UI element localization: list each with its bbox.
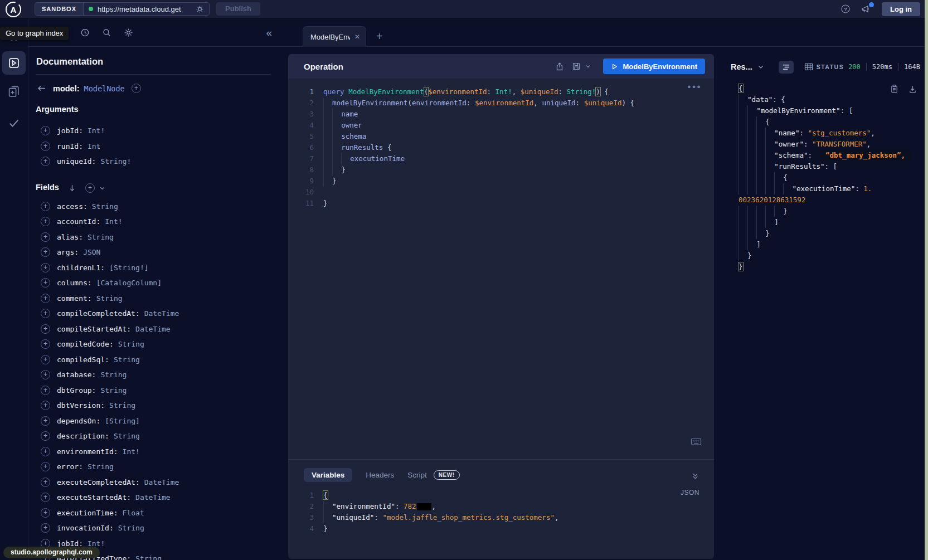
- doc-field-row[interactable]: +compileStartedAt:DateTime: [36, 322, 271, 337]
- explorer-nav-icon[interactable]: [2, 51, 26, 75]
- add-field-icon[interactable]: +: [41, 142, 50, 151]
- field-type[interactable]: String!: [100, 157, 131, 165]
- share-icon[interactable]: [555, 62, 564, 71]
- save-options-chevron-icon[interactable]: [585, 64, 591, 69]
- doc-field-row[interactable]: +alias:String: [36, 230, 271, 245]
- tree-view-icon[interactable]: [779, 61, 794, 74]
- add-field-icon[interactable]: +: [41, 309, 50, 318]
- doc-field-row[interactable]: +compileCompletedAt:DateTime: [36, 306, 271, 322]
- add-field-icon[interactable]: +: [41, 431, 50, 441]
- argument-row[interactable]: +runId:Int: [36, 139, 271, 154]
- field-type[interactable]: DateTime: [144, 478, 179, 486]
- field-type[interactable]: DateTime: [135, 493, 171, 501]
- operation-editor[interactable]: ●●● 1query ModelByEnvironment($environme…: [288, 79, 714, 459]
- close-tab-icon[interactable]: ✕: [354, 33, 360, 41]
- field-type[interactable]: String: [135, 554, 162, 560]
- field-type[interactable]: String: [118, 524, 144, 532]
- field-type[interactable]: Int!: [105, 217, 122, 226]
- tab-headers[interactable]: Headers: [366, 471, 394, 479]
- add-field-icon[interactable]: +: [41, 447, 50, 456]
- add-field-icon[interactable]: +: [41, 416, 50, 426]
- add-field-icon[interactable]: +: [41, 232, 50, 242]
- editor-options-icon[interactable]: ●●●: [687, 83, 702, 90]
- publish-button[interactable]: Publish: [216, 2, 260, 16]
- field-type[interactable]: String: [92, 202, 118, 211]
- add-field-icon[interactable]: +: [41, 478, 50, 487]
- login-button[interactable]: Log in: [882, 2, 920, 16]
- field-type[interactable]: String: [118, 340, 144, 348]
- chevron-down-icon[interactable]: [99, 185, 105, 191]
- field-type[interactable]: String: [114, 356, 140, 364]
- doc-field-row[interactable]: +database:String: [36, 367, 271, 383]
- copy-response-icon[interactable]: [890, 84, 898, 94]
- doc-field-row[interactable]: +error:String: [36, 459, 271, 475]
- back-arrow-icon[interactable]: [37, 84, 46, 92]
- add-field-icon[interactable]: +: [41, 493, 50, 502]
- add-field-icon[interactable]: +: [41, 324, 50, 334]
- doc-field-row[interactable]: +access:String: [36, 199, 271, 215]
- doc-field-row[interactable]: +dbtGroup:String: [36, 383, 271, 398]
- field-type[interactable]: Float: [123, 509, 144, 517]
- doc-field-row[interactable]: +environmentId:Int!: [36, 444, 271, 460]
- field-type[interactable]: String: [88, 233, 114, 241]
- add-field-icon[interactable]: +: [41, 202, 50, 211]
- response-dropdown-chevron-icon[interactable]: [757, 64, 764, 70]
- checks-icon[interactable]: [8, 117, 20, 129]
- add-field-icon[interactable]: +: [41, 247, 50, 257]
- field-type[interactable]: [CatalogColumn]: [96, 279, 162, 287]
- doc-field-row[interactable]: +dbtVersion:String: [36, 398, 271, 413]
- argument-row[interactable]: +uniqueId:String!: [36, 154, 271, 169]
- add-field-icon[interactable]: +: [41, 508, 50, 518]
- field-type[interactable]: DateTime: [135, 325, 171, 333]
- doc-field-row[interactable]: +comment:String: [36, 291, 271, 306]
- doc-field-row[interactable]: +compiledCode:String: [36, 337, 271, 352]
- add-field-icon[interactable]: +: [41, 462, 50, 471]
- sort-descending-icon[interactable]: [68, 184, 76, 192]
- variables-editor[interactable]: JSON 1{2 "environmentId": 782,3 "uniqueI…: [288, 490, 714, 534]
- field-type[interactable]: [String!]: [109, 264, 148, 272]
- add-field-icon[interactable]: +: [41, 523, 50, 533]
- settings-gear-icon[interactable]: [124, 28, 133, 37]
- new-tab-icon[interactable]: +: [376, 31, 383, 42]
- add-field-icon[interactable]: +: [41, 126, 50, 135]
- help-icon[interactable]: ?: [840, 4, 851, 14]
- add-to-operation-icon[interactable]: +: [132, 84, 141, 93]
- add-field-icon[interactable]: +: [41, 294, 50, 303]
- add-field-icon[interactable]: +: [41, 355, 50, 364]
- field-type[interactable]: DateTime: [144, 309, 179, 318]
- keyboard-shortcuts-icon[interactable]: [691, 437, 702, 446]
- add-field-icon[interactable]: +: [41, 278, 50, 288]
- doc-field-row[interactable]: +args:JSON: [36, 245, 271, 260]
- history-icon[interactable]: [80, 28, 90, 37]
- add-field-icon[interactable]: +: [41, 370, 50, 379]
- doc-field-row[interactable]: +childrenL1:[String!]: [36, 260, 271, 276]
- operation-tab[interactable]: ModelByEnvi... ✕: [303, 26, 366, 47]
- doc-field-row[interactable]: +executeCompletedAt:DateTime: [36, 475, 271, 490]
- field-type[interactable]: String: [88, 462, 114, 471]
- add-field-icon[interactable]: +: [41, 157, 50, 166]
- run-operation-button[interactable]: ModelByEnvironment: [603, 59, 705, 74]
- tab-script[interactable]: Script: [407, 471, 427, 479]
- field-type[interactable]: Int!: [123, 447, 140, 456]
- doc-field-row[interactable]: +executionTime:Float: [36, 505, 271, 521]
- search-icon[interactable]: [102, 28, 111, 37]
- add-field-icon[interactable]: +: [41, 217, 50, 226]
- doc-field-row[interactable]: +dependsOn:[String]: [36, 413, 271, 429]
- add-field-icon[interactable]: +: [41, 386, 50, 395]
- collapse-variables-icon[interactable]: [691, 472, 699, 480]
- doc-field-row[interactable]: +columns:[CatalogColumn]: [36, 275, 271, 291]
- doc-field-row[interactable]: +compiledSql:String: [36, 352, 271, 368]
- sandbox-badge[interactable]: SANDBOX: [35, 3, 84, 15]
- field-type[interactable]: String: [100, 371, 127, 379]
- add-all-fields-icon[interactable]: +: [85, 183, 95, 193]
- doc-field-row[interactable]: +executeStartedAt:DateTime: [36, 490, 271, 505]
- download-response-icon[interactable]: [908, 84, 917, 94]
- table-view-icon[interactable]: [801, 61, 817, 74]
- doc-type-link[interactable]: ModelNode: [84, 84, 125, 93]
- add-field-icon[interactable]: +: [41, 401, 50, 410]
- announcements-megaphone-icon[interactable]: [861, 4, 872, 14]
- add-field-icon[interactable]: +: [41, 339, 50, 349]
- add-field-icon[interactable]: +: [41, 263, 50, 272]
- field-type[interactable]: String: [109, 401, 135, 410]
- field-type[interactable]: Int!: [88, 126, 105, 135]
